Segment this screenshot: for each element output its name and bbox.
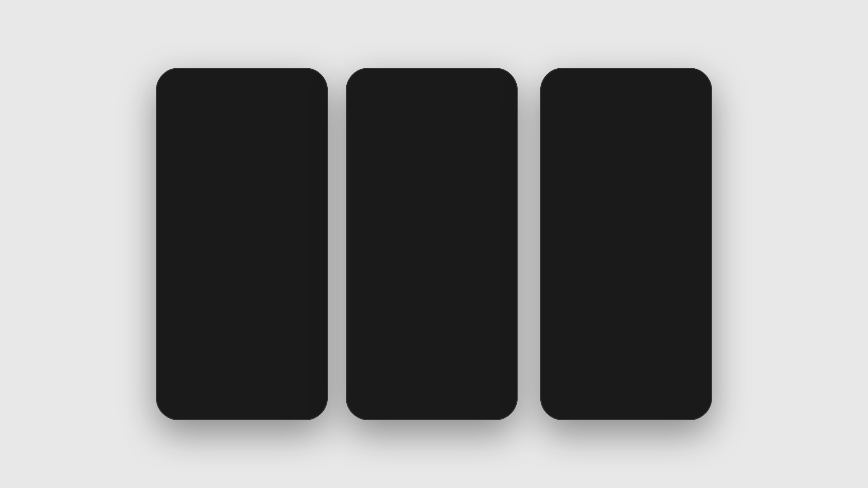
video-label-1: VIDEO xyxy=(193,402,207,406)
mid-button-2[interactable] xyxy=(419,378,444,403)
svg-point-42 xyxy=(429,138,434,142)
color-g3[interactable] xyxy=(694,221,701,229)
indicator-dot-3 xyxy=(687,185,694,192)
hint-icon: 🐾 xyxy=(192,88,205,101)
color-r3[interactable] xyxy=(694,231,701,239)
hint-bubble: 🐾 Put your doodle in the frame and tap t… xyxy=(187,84,277,111)
svg-point-77 xyxy=(621,193,624,197)
svg-point-19 xyxy=(243,249,256,258)
scan-label-1: SCAN xyxy=(236,394,248,398)
scan-button-1[interactable]: SCAN xyxy=(227,376,256,405)
sd xyxy=(372,185,373,192)
color-w3[interactable] xyxy=(694,182,701,189)
video-label-3: VIDEO xyxy=(578,402,591,406)
svg-point-120 xyxy=(676,309,679,311)
spiral-dot xyxy=(206,164,208,172)
refresh-icon-1[interactable] xyxy=(169,90,183,105)
svg-point-8 xyxy=(237,216,239,219)
svg-point-75 xyxy=(615,217,621,221)
color-b2[interactable] xyxy=(500,202,507,209)
color-c3[interactable] xyxy=(694,211,701,219)
svg-point-71 xyxy=(472,387,475,390)
svg-rect-20 xyxy=(195,385,201,390)
color-brown[interactable] xyxy=(310,202,317,209)
svg-point-18 xyxy=(230,249,242,258)
photo-button-2[interactable]: PHOTO xyxy=(461,375,486,406)
svg-point-103 xyxy=(646,169,648,171)
svg-point-65 xyxy=(421,249,431,254)
panda-drawing-1 xyxy=(216,195,270,260)
mid-button-3[interactable] xyxy=(613,378,639,403)
svg-point-59 xyxy=(436,223,438,225)
sdd xyxy=(580,146,582,153)
video-icon-3 xyxy=(572,375,597,400)
color-p3[interactable] xyxy=(694,241,701,249)
svg-point-105 xyxy=(648,173,651,175)
sd xyxy=(442,185,444,192)
video-button-3[interactable]: VIDEO xyxy=(572,375,597,406)
photo-button-3[interactable]: PHOTO xyxy=(655,375,680,406)
gem-pink xyxy=(559,186,595,215)
video-button-2[interactable]: VIDEO xyxy=(377,375,403,406)
top-bar-3: ? xyxy=(546,80,707,103)
sdd xyxy=(689,146,690,153)
scan-icon-1: SCAN xyxy=(227,376,256,405)
top-bar-2: ? xyxy=(351,80,512,103)
sdd xyxy=(651,146,652,153)
sd xyxy=(415,185,417,192)
spiral-dot xyxy=(224,164,226,172)
color-db3[interactable] xyxy=(694,192,701,199)
photo-button-1[interactable]: PHOTO xyxy=(271,375,297,406)
sdd xyxy=(699,146,701,153)
svg-point-112 xyxy=(671,329,677,333)
sd xyxy=(507,185,509,192)
svg-point-48 xyxy=(417,170,431,179)
sd xyxy=(480,185,482,192)
svg-point-3 xyxy=(249,201,259,211)
svg-point-40 xyxy=(425,133,426,134)
spiral-dot xyxy=(312,164,314,172)
color-cyan[interactable] xyxy=(310,211,317,219)
sd xyxy=(366,185,368,192)
color-orange[interactable] xyxy=(310,241,317,249)
refresh-icon-2[interactable] xyxy=(359,84,373,99)
color-green[interactable] xyxy=(310,221,317,229)
sd xyxy=(475,185,476,192)
spiral-dot xyxy=(177,164,179,172)
home-indicator-3 xyxy=(599,409,653,411)
help-icon-3[interactable]: ? xyxy=(685,84,699,99)
color-g2[interactable] xyxy=(500,221,507,229)
help-icon-2[interactable]: ? xyxy=(491,84,505,99)
hint-text: Put your doodle in the frame and tap the… xyxy=(208,88,272,107)
sd xyxy=(437,185,439,192)
svg-point-72 xyxy=(604,199,636,228)
svg-point-52 xyxy=(418,210,427,219)
color-red[interactable] xyxy=(310,251,317,258)
color-w2[interactable] xyxy=(500,182,507,189)
color-r2[interactable] xyxy=(500,231,507,239)
video-button-1[interactable]: VIDEO xyxy=(187,375,212,406)
color-p2[interactable] xyxy=(500,241,507,249)
svg-point-17 xyxy=(235,230,251,250)
indicator-dot-2 xyxy=(492,185,500,192)
color-pink[interactable] xyxy=(310,261,317,268)
svg-point-33 xyxy=(441,117,448,124)
svg-rect-23 xyxy=(238,389,241,391)
refresh-icon-3[interactable] xyxy=(553,84,567,99)
color-b3[interactable] xyxy=(694,202,701,209)
star-bottom-1: ☆ xyxy=(394,342,403,354)
sparkle-2: ✦ xyxy=(482,225,486,229)
bottom-controls-2: VIDEO PHOTO xyxy=(351,375,512,406)
color-db2[interactable] xyxy=(500,192,507,199)
color-c2[interactable] xyxy=(500,211,507,219)
color-white[interactable] xyxy=(310,182,317,189)
star-y3: ★ xyxy=(600,305,607,315)
svg-point-82 xyxy=(622,165,624,168)
help-icon-1[interactable]: ? xyxy=(301,84,315,99)
video-label-2: VIDEO xyxy=(383,402,397,406)
svg-point-32 xyxy=(416,117,422,124)
sdd xyxy=(564,146,566,153)
color-darkbrown[interactable] xyxy=(310,192,317,199)
color-yellow[interactable] xyxy=(310,231,317,239)
sd xyxy=(469,185,471,192)
